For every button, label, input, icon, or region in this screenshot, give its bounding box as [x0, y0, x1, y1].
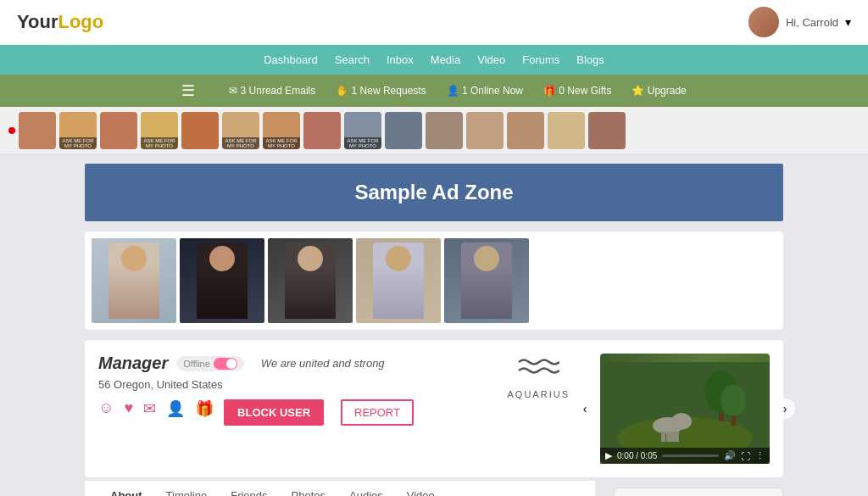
subnav-upgrade[interactable]: ⭐ Upgrade: [632, 85, 686, 97]
bottom-right: Send quick message to Manager: [605, 481, 783, 496]
video-time: 0:00 / 0:05: [617, 451, 657, 460]
strip-avatar-12[interactable]: [466, 112, 504, 149]
svg-point-7: [671, 413, 692, 430]
tab-photos[interactable]: Photos: [280, 481, 337, 496]
strip-dot: [8, 127, 15, 134]
subnav-requests[interactable]: ✋ 1 New Requests: [336, 85, 426, 97]
tab-friends[interactable]: Friends: [219, 481, 279, 496]
strip-overlay-4: ASK ME FOR MY PHOTO: [141, 137, 178, 149]
play-icon[interactable]: ▶: [605, 450, 612, 461]
strip-overlay-9: ASK ME FOR MY PHOTO: [344, 137, 381, 149]
sub-nav: ☰ ✉ 3 Unread Emails ✋ 1 New Requests 👤 1…: [0, 75, 868, 107]
user-info[interactable]: Hi, Carrold ▾: [748, 7, 851, 37]
nav-dashboard[interactable]: Dashboard: [264, 53, 318, 66]
strip-avatar-10[interactable]: [385, 112, 422, 149]
nav-search[interactable]: Search: [335, 53, 370, 66]
heart-icon[interactable]: ♥: [124, 399, 133, 426]
strip-avatar-3[interactable]: [100, 112, 137, 149]
video-controls: ▶ 0:00 / 0:05 🔊 ⛶ ⋮: [600, 448, 770, 464]
carousel-next-button[interactable]: ›: [775, 398, 795, 419]
photo-card-1[interactable]: [92, 238, 176, 323]
strip-avatar-13[interactable]: [507, 112, 544, 149]
strip-avatar-2[interactable]: ASK ME FOR MY PHOTO: [59, 112, 97, 149]
quick-message-box: Send quick message to Manager: [614, 488, 783, 496]
strip-overlay-7: ASK ME FOR MY PHOTO: [263, 137, 300, 149]
tab-timeline[interactable]: Timeline: [154, 481, 220, 496]
zodiac-area: AQUARIUS: [491, 354, 587, 399]
status-toggle[interactable]: [214, 358, 237, 370]
photo-card-2[interactable]: [180, 238, 264, 323]
strip-overlay-6: ASK ME FOR MY PHOTO: [222, 137, 259, 149]
nav-blogs[interactable]: Blogs: [576, 53, 604, 66]
fullscreen-icon[interactable]: ⛶: [741, 451, 750, 461]
profile-tabs: About Timeline Friends Photos Audios Vid…: [85, 481, 595, 496]
tab-about[interactable]: About: [98, 481, 154, 496]
profile-motto: We are united and strong: [261, 357, 385, 370]
strip-avatar-5[interactable]: [181, 112, 219, 149]
hi-text: Hi, Carrold: [786, 16, 838, 29]
avatar-image: [748, 7, 779, 37]
video-progress-bar[interactable]: [662, 454, 719, 457]
zodiac-label: AQUARIUS: [508, 389, 570, 399]
ad-zone: Sample Ad Zone: [85, 164, 783, 221]
profile-name: Manager: [98, 354, 168, 373]
photo-card-5[interactable]: [444, 238, 529, 323]
logo-highlight: Logo: [58, 11, 103, 32]
profile-name-row: Manager Offline We are united and strong: [98, 354, 477, 373]
strip-avatar-4[interactable]: ASK ME FOR MY PHOTO: [141, 112, 178, 149]
tab-audios[interactable]: Audios: [337, 481, 395, 496]
strip-avatar-9[interactable]: ASK ME FOR MY PHOTO: [344, 112, 381, 149]
offline-label: Offline: [183, 359, 210, 369]
strip-avatar-14[interactable]: [548, 112, 585, 149]
avatar-strip: ASK ME FOR MY PHOTO ASK ME FOR MY PHOTO …: [0, 107, 868, 155]
user-icon[interactable]: 👤: [166, 399, 185, 426]
logo: YourLogo: [17, 11, 103, 33]
avatar: [748, 7, 779, 37]
zodiac-icon: [508, 354, 570, 386]
smile-icon[interactable]: ☺: [98, 399, 114, 426]
offline-badge: Offline: [176, 356, 244, 371]
photo-strip: [85, 231, 783, 330]
action-icons: ☺ ♥ ✉ 👤 🎁 BLOCK USER REPORT: [98, 399, 477, 426]
strip-avatar-6[interactable]: ASK ME FOR MY PHOTO: [222, 112, 259, 149]
nav-inbox[interactable]: Inbox: [387, 53, 414, 66]
strip-avatar-11[interactable]: [426, 112, 463, 149]
subnav-emails[interactable]: ✉ 3 Unread Emails: [229, 85, 315, 97]
more-icon[interactable]: ⋮: [755, 450, 765, 461]
profile-section: Manager Offline We are united and strong…: [85, 340, 783, 477]
main-nav: Dashboard Search Inbox Media Video Forum…: [0, 45, 868, 75]
nav-media[interactable]: Media: [431, 53, 460, 66]
strip-overlay-2: ASK ME FOR MY PHOTO: [59, 137, 97, 149]
svg-rect-6: [675, 432, 679, 442]
tab-video[interactable]: Video: [395, 481, 447, 496]
strip-avatar-15[interactable]: [588, 112, 626, 149]
video-scene-svg: [600, 362, 770, 455]
strip-avatar-8[interactable]: [303, 112, 341, 149]
strip-avatar-7[interactable]: ASK ME FOR MY PHOTO: [263, 112, 300, 149]
main-content: Sample Ad Zone: [0, 155, 868, 496]
photo-card-3[interactable]: [268, 238, 353, 323]
subnav-online[interactable]: 👤 1 Online Now: [447, 85, 523, 97]
nav-forums[interactable]: Forums: [522, 53, 559, 66]
report-button[interactable]: REPORT: [341, 399, 414, 426]
strip-avatar-1[interactable]: [19, 112, 56, 149]
hamburger-icon[interactable]: ☰: [181, 81, 195, 100]
carousel-prev-button[interactable]: ‹: [575, 398, 595, 419]
bottom-area: About Timeline Friends Photos Audios Vid…: [85, 481, 783, 496]
svg-rect-4: [666, 432, 670, 442]
video-area: ‹: [600, 354, 770, 464]
profile-left: Manager Offline We are united and strong…: [98, 354, 477, 436]
svg-rect-3: [661, 432, 665, 442]
svg-rect-5: [670, 432, 675, 442]
nav-video[interactable]: Video: [477, 53, 505, 66]
photo-card-4[interactable]: [356, 238, 441, 323]
profile-location: 56 Oregon, United States: [98, 378, 477, 391]
envelope-icon[interactable]: ✉: [143, 399, 156, 426]
header: YourLogo Hi, Carrold ▾: [0, 0, 868, 45]
volume-icon[interactable]: 🔊: [724, 450, 736, 461]
gift-icon[interactable]: 🎁: [195, 399, 214, 426]
subnav-gifts[interactable]: 🎁 0 New Gifts: [543, 85, 611, 97]
svg-point-11: [721, 385, 746, 415]
block-user-button[interactable]: BLOCK USER: [224, 399, 324, 426]
aquarius-svg: [517, 354, 559, 379]
